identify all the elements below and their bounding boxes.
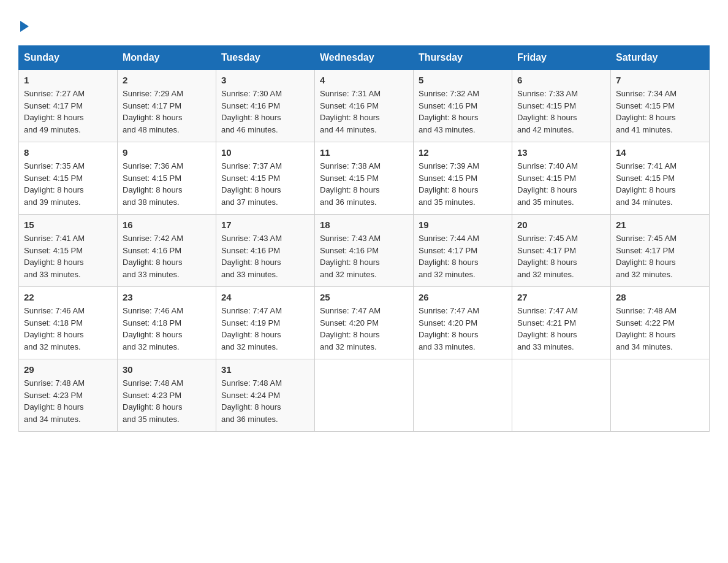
day-info: Sunrise: 7:38 AM Sunset: 4:15 PM Dayligh… <box>320 160 408 208</box>
day-info: Sunrise: 7:29 AM Sunset: 4:17 PM Dayligh… <box>123 88 211 136</box>
calendar-day: 14 Sunrise: 7:41 AM Sunset: 4:15 PM Dayl… <box>611 142 710 215</box>
calendar-day: 21 Sunrise: 7:45 AM Sunset: 4:17 PM Dayl… <box>611 215 710 287</box>
calendar-day <box>315 359 414 432</box>
day-number: 12 <box>419 147 507 158</box>
day-info: Sunrise: 7:30 AM Sunset: 4:16 PM Dayligh… <box>221 88 309 136</box>
calendar-day: 31 Sunrise: 7:48 AM Sunset: 4:24 PM Dayl… <box>216 359 315 432</box>
day-number: 26 <box>419 292 507 302</box>
day-number: 4 <box>320 75 408 85</box>
day-info: Sunrise: 7:44 AM Sunset: 4:17 PM Dayligh… <box>419 232 507 280</box>
calendar-week-1: 1 Sunrise: 7:27 AM Sunset: 4:17 PM Dayli… <box>19 70 710 142</box>
day-number: 5 <box>419 75 507 85</box>
col-header-saturday: Saturday <box>611 46 710 70</box>
day-info: Sunrise: 7:34 AM Sunset: 4:15 PM Dayligh… <box>616 88 704 136</box>
calendar-day: 25 Sunrise: 7:47 AM Sunset: 4:20 PM Dayl… <box>315 287 414 359</box>
day-info: Sunrise: 7:41 AM Sunset: 4:15 PM Dayligh… <box>616 160 704 208</box>
calendar-day: 30 Sunrise: 7:48 AM Sunset: 4:23 PM Dayl… <box>118 359 216 432</box>
calendar-day: 9 Sunrise: 7:36 AM Sunset: 4:15 PM Dayli… <box>118 142 216 215</box>
logo-triangle-icon <box>20 21 29 32</box>
day-info: Sunrise: 7:43 AM Sunset: 4:16 PM Dayligh… <box>221 232 309 280</box>
calendar-day <box>512 359 611 432</box>
day-number: 20 <box>517 220 605 230</box>
day-info: Sunrise: 7:48 AM Sunset: 4:24 PM Dayligh… <box>221 377 309 425</box>
calendar-day: 1 Sunrise: 7:27 AM Sunset: 4:17 PM Dayli… <box>19 70 118 142</box>
calendar-day: 3 Sunrise: 7:30 AM Sunset: 4:16 PM Dayli… <box>216 70 315 142</box>
calendar-day: 18 Sunrise: 7:43 AM Sunset: 4:16 PM Dayl… <box>315 215 414 287</box>
day-number: 10 <box>221 147 309 158</box>
calendar-day: 5 Sunrise: 7:32 AM Sunset: 4:16 PM Dayli… <box>414 70 512 142</box>
day-info: Sunrise: 7:35 AM Sunset: 4:15 PM Dayligh… <box>24 160 112 208</box>
logo <box>18 12 29 33</box>
calendar-day: 19 Sunrise: 7:44 AM Sunset: 4:17 PM Dayl… <box>414 215 512 287</box>
day-info: Sunrise: 7:39 AM Sunset: 4:15 PM Dayligh… <box>419 160 507 208</box>
day-number: 29 <box>24 364 112 375</box>
day-number: 13 <box>517 147 605 158</box>
calendar-day: 22 Sunrise: 7:46 AM Sunset: 4:18 PM Dayl… <box>19 287 118 359</box>
day-info: Sunrise: 7:45 AM Sunset: 4:17 PM Dayligh… <box>517 232 605 280</box>
calendar-day: 29 Sunrise: 7:48 AM Sunset: 4:23 PM Dayl… <box>19 359 118 432</box>
calendar-day: 17 Sunrise: 7:43 AM Sunset: 4:16 PM Dayl… <box>216 215 315 287</box>
calendar-day <box>611 359 710 432</box>
day-info: Sunrise: 7:32 AM Sunset: 4:16 PM Dayligh… <box>419 88 507 136</box>
day-info: Sunrise: 7:47 AM Sunset: 4:20 PM Dayligh… <box>320 305 408 353</box>
day-info: Sunrise: 7:36 AM Sunset: 4:15 PM Dayligh… <box>123 160 211 208</box>
day-info: Sunrise: 7:47 AM Sunset: 4:21 PM Dayligh… <box>517 305 605 353</box>
calendar-day: 10 Sunrise: 7:37 AM Sunset: 4:15 PM Dayl… <box>216 142 315 215</box>
day-number: 24 <box>221 292 309 302</box>
calendar-day: 27 Sunrise: 7:47 AM Sunset: 4:21 PM Dayl… <box>512 287 611 359</box>
calendar-day: 11 Sunrise: 7:38 AM Sunset: 4:15 PM Dayl… <box>315 142 414 215</box>
calendar-table: SundayMondayTuesdayWednesdayThursdayFrid… <box>18 45 710 432</box>
col-header-wednesday: Wednesday <box>315 46 414 70</box>
calendar-day: 6 Sunrise: 7:33 AM Sunset: 4:15 PM Dayli… <box>512 70 611 142</box>
day-info: Sunrise: 7:27 AM Sunset: 4:17 PM Dayligh… <box>24 88 112 136</box>
day-info: Sunrise: 7:47 AM Sunset: 4:19 PM Dayligh… <box>221 305 309 353</box>
day-number: 31 <box>221 364 309 375</box>
day-info: Sunrise: 7:31 AM Sunset: 4:16 PM Dayligh… <box>320 88 408 136</box>
col-header-monday: Monday <box>118 46 216 70</box>
day-number: 28 <box>616 292 704 302</box>
day-number: 16 <box>123 220 211 230</box>
day-info: Sunrise: 7:48 AM Sunset: 4:23 PM Dayligh… <box>24 377 112 425</box>
day-info: Sunrise: 7:46 AM Sunset: 4:18 PM Dayligh… <box>24 305 112 353</box>
calendar-header-row: SundayMondayTuesdayWednesdayThursdayFrid… <box>19 46 710 70</box>
calendar-day: 7 Sunrise: 7:34 AM Sunset: 4:15 PM Dayli… <box>611 70 710 142</box>
day-info: Sunrise: 7:45 AM Sunset: 4:17 PM Dayligh… <box>616 232 704 280</box>
calendar-day <box>414 359 512 432</box>
col-header-sunday: Sunday <box>19 46 118 70</box>
day-number: 1 <box>24 75 112 85</box>
col-header-thursday: Thursday <box>414 46 512 70</box>
calendar-day: 13 Sunrise: 7:40 AM Sunset: 4:15 PM Dayl… <box>512 142 611 215</box>
day-info: Sunrise: 7:41 AM Sunset: 4:15 PM Dayligh… <box>24 232 112 280</box>
calendar-week-5: 29 Sunrise: 7:48 AM Sunset: 4:23 PM Dayl… <box>19 359 710 432</box>
day-number: 3 <box>221 75 309 85</box>
day-info: Sunrise: 7:48 AM Sunset: 4:22 PM Dayligh… <box>616 305 704 353</box>
calendar-week-3: 15 Sunrise: 7:41 AM Sunset: 4:15 PM Dayl… <box>19 215 710 287</box>
day-number: 18 <box>320 220 408 230</box>
calendar-day: 23 Sunrise: 7:46 AM Sunset: 4:18 PM Dayl… <box>118 287 216 359</box>
day-number: 14 <box>616 147 704 158</box>
day-info: Sunrise: 7:47 AM Sunset: 4:20 PM Dayligh… <box>419 305 507 353</box>
day-number: 30 <box>123 364 211 375</box>
calendar-day: 4 Sunrise: 7:31 AM Sunset: 4:16 PM Dayli… <box>315 70 414 142</box>
calendar-week-2: 8 Sunrise: 7:35 AM Sunset: 4:15 PM Dayli… <box>19 142 710 215</box>
day-number: 25 <box>320 292 408 302</box>
calendar-day: 8 Sunrise: 7:35 AM Sunset: 4:15 PM Dayli… <box>19 142 118 215</box>
day-info: Sunrise: 7:33 AM Sunset: 4:15 PM Dayligh… <box>517 88 605 136</box>
day-number: 9 <box>123 147 211 158</box>
day-info: Sunrise: 7:46 AM Sunset: 4:18 PM Dayligh… <box>123 305 211 353</box>
day-number: 17 <box>221 220 309 230</box>
calendar-day: 26 Sunrise: 7:47 AM Sunset: 4:20 PM Dayl… <box>414 287 512 359</box>
day-number: 2 <box>123 75 211 85</box>
day-number: 7 <box>616 75 704 85</box>
day-info: Sunrise: 7:48 AM Sunset: 4:23 PM Dayligh… <box>123 377 211 425</box>
calendar-day: 15 Sunrise: 7:41 AM Sunset: 4:15 PM Dayl… <box>19 215 118 287</box>
day-number: 15 <box>24 220 112 230</box>
day-info: Sunrise: 7:37 AM Sunset: 4:15 PM Dayligh… <box>221 160 309 208</box>
day-info: Sunrise: 7:43 AM Sunset: 4:16 PM Dayligh… <box>320 232 408 280</box>
day-number: 19 <box>419 220 507 230</box>
day-number: 23 <box>123 292 211 302</box>
day-number: 27 <box>517 292 605 302</box>
day-number: 21 <box>616 220 704 230</box>
day-info: Sunrise: 7:40 AM Sunset: 4:15 PM Dayligh… <box>517 160 605 208</box>
col-header-friday: Friday <box>512 46 611 70</box>
